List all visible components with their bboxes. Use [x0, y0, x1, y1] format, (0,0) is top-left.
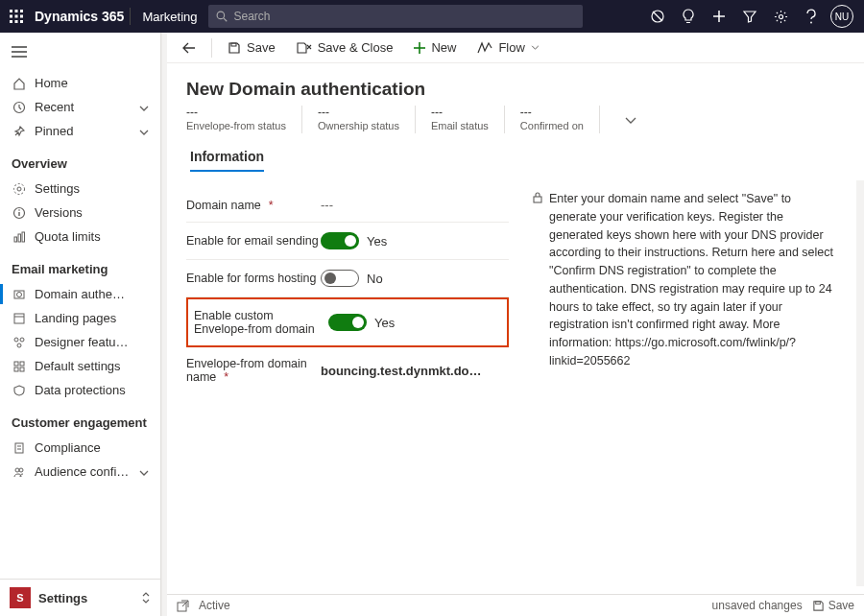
svg-rect-8: [20, 20, 23, 23]
home-icon: [12, 77, 27, 90]
nav-home[interactable]: Home: [0, 71, 160, 95]
nav-data-protections[interactable]: Data protections: [0, 378, 160, 402]
settings-button[interactable]: [766, 2, 795, 31]
flow-label: Flow: [498, 40, 524, 55]
search-box[interactable]: Search: [208, 5, 583, 28]
avatar-initials: NU: [835, 12, 849, 22]
record-state: Active: [199, 599, 230, 612]
add-button[interactable]: [705, 2, 733, 31]
svg-point-26: [18, 209, 20, 211]
nav-label: Versions: [35, 205, 83, 220]
new-label: New: [431, 40, 456, 55]
filter-button[interactable]: [735, 2, 764, 31]
field-email-sending[interactable]: Enable for email sending Yes: [186, 223, 509, 260]
svg-rect-7: [15, 20, 18, 23]
svg-point-36: [17, 344, 21, 347]
nav-compliance[interactable]: Compliance: [0, 436, 160, 460]
target-icon: [650, 9, 665, 24]
new-button[interactable]: New: [406, 36, 464, 59]
nav-label: Domain authentic…: [35, 287, 131, 301]
nav-label: Home: [35, 76, 68, 90]
search-placeholder: Search: [233, 10, 270, 23]
app-launcher[interactable]: [0, 10, 33, 23]
nav-landing-pages[interactable]: Landing pages: [0, 306, 160, 330]
nav-default-settings[interactable]: Default settings: [0, 354, 160, 378]
svg-rect-1: [15, 10, 18, 12]
svg-rect-0: [10, 10, 12, 12]
module-label[interactable]: Marketing: [131, 10, 208, 24]
lightbulb-icon: [682, 9, 695, 24]
toggle-email-sending[interactable]: [321, 232, 359, 249]
nav-label: Data protections: [35, 383, 126, 397]
funnel-icon: [743, 10, 756, 23]
nav-label: Recent: [35, 100, 74, 114]
compliance-icon: [12, 441, 27, 455]
shield-icon: [12, 384, 27, 397]
content-area: Save Save & Close New Flow New Domain au…: [167, 33, 864, 616]
nav-recent[interactable]: Recent: [0, 95, 160, 119]
nav-designer-features[interactable]: Designer feature …: [0, 330, 160, 354]
ideas-button[interactable]: [674, 2, 703, 31]
toggle-forms-hosting[interactable]: [321, 270, 359, 287]
app-header: Dynamics 365 Marketing Search NU: [0, 0, 864, 33]
svg-point-44: [15, 468, 19, 472]
nav-section-engagement: Customer engagement: [0, 402, 160, 436]
svg-point-34: [14, 338, 18, 342]
save-close-label: Save & Close: [318, 40, 394, 55]
toggle-value: Yes: [367, 234, 387, 249]
svg-point-35: [20, 338, 24, 342]
info-column: Enter your domain name and select "Save"…: [528, 188, 833, 594]
save-close-icon: [297, 41, 312, 55]
nav-label: Settings: [35, 181, 80, 196]
nav-versions[interactable]: Versions: [0, 201, 160, 225]
svg-point-45: [19, 468, 23, 472]
svg-point-31: [17, 292, 22, 296]
save-close-button[interactable]: Save & Close: [289, 36, 401, 59]
popout-icon[interactable]: [177, 600, 189, 612]
expand-status[interactable]: [625, 114, 636, 126]
form-column: Domain name* --- Enable for email sendin…: [186, 188, 509, 594]
nav-pinned[interactable]: Pinned: [0, 119, 160, 143]
clock-icon: [12, 101, 27, 114]
field-envelope-enable[interactable]: Enable custom Envelope-from domain Yes: [188, 303, 507, 342]
landing-icon: [12, 312, 27, 325]
flow-button[interactable]: Flow: [469, 36, 546, 59]
svg-rect-37: [14, 362, 18, 366]
toggle-envelope[interactable]: [328, 314, 367, 331]
pin-icon: [12, 125, 27, 138]
status-confirmed: --- Confirmed on: [520, 106, 600, 133]
gear-icon: [774, 10, 788, 24]
plus-icon: [414, 42, 425, 54]
content-scrollbar[interactable]: [856, 180, 864, 586]
svg-rect-3: [10, 15, 12, 18]
back-button[interactable]: [175, 42, 204, 54]
nav-quota[interactable]: Quota limits: [0, 225, 160, 249]
nav-audience-config[interactable]: Audience configur…: [0, 460, 160, 484]
svg-point-16: [779, 14, 782, 18]
svg-rect-51: [815, 601, 820, 604]
svg-point-23: [14, 183, 25, 194]
nav-settings[interactable]: Settings: [0, 177, 160, 201]
help-button[interactable]: [797, 2, 826, 31]
save-button[interactable]: Save: [220, 36, 283, 59]
field-forms-hosting[interactable]: Enable for forms hosting No: [186, 260, 509, 297]
account-button[interactable]: NU: [828, 2, 856, 31]
svg-point-17: [810, 21, 812, 23]
audience-icon: [12, 465, 27, 479]
search-icon: [216, 11, 228, 22]
brand-label[interactable]: Dynamics 365: [33, 9, 130, 24]
nav-domain-authentication[interactable]: Domain authentic…: [0, 282, 160, 306]
nav-section-email: Email marketing: [0, 249, 160, 282]
footer-save-button[interactable]: Save: [812, 599, 854, 612]
field-envelope-domain[interactable]: Envelope-from domain name* bouncing.test…: [186, 347, 509, 393]
tab-information[interactable]: Information: [190, 149, 264, 172]
svg-rect-5: [20, 15, 23, 18]
svg-rect-32: [14, 314, 24, 323]
envelope-domain-value: bouncing.test.dynmkt.do…: [321, 364, 482, 378]
field-domain-name[interactable]: Domain name* ---: [186, 188, 509, 223]
chevron-down-icon: [531, 45, 540, 50]
hamburger-icon[interactable]: [12, 46, 27, 58]
status-envelope: --- Envelope-from status: [186, 106, 302, 133]
area-switcher[interactable]: S Settings: [0, 579, 160, 616]
assistant-button[interactable]: [643, 2, 672, 31]
